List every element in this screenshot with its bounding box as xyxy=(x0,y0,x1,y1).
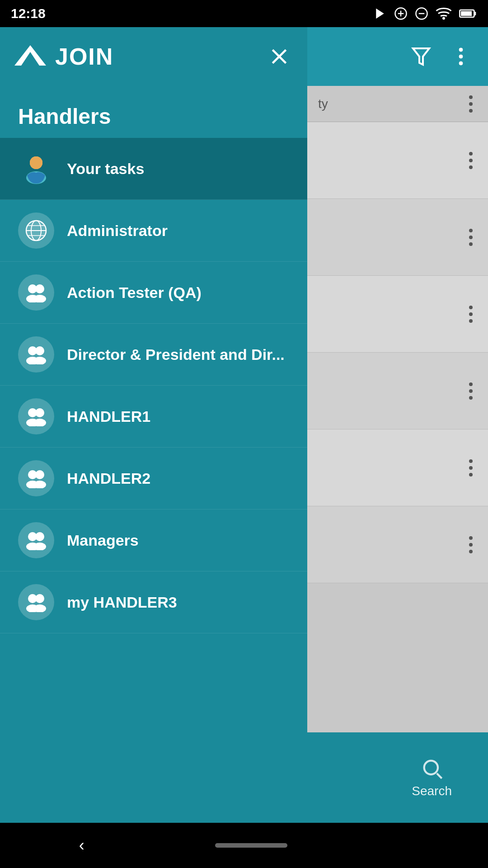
right-header xyxy=(307,27,488,86)
svg-point-51 xyxy=(424,761,437,774)
svg-marker-0 xyxy=(376,9,384,19)
svg-marker-10 xyxy=(14,45,46,66)
svg-rect-9 xyxy=(474,12,476,15)
play-icon xyxy=(373,7,387,20)
handler-item-handler1[interactable]: HANDLER1 xyxy=(0,386,307,448)
table-row-2 xyxy=(307,199,488,276)
filter-button[interactable] xyxy=(408,44,434,69)
status-time: 12:18 xyxy=(11,6,46,21)
svg-point-40 xyxy=(35,470,44,479)
home-indicator[interactable] xyxy=(215,843,287,848)
row-more-button-6[interactable] xyxy=(465,532,477,558)
right-panel: ty xyxy=(307,86,488,823)
svg-line-52 xyxy=(436,774,441,778)
handler-name-handler3: my HANDLER3 xyxy=(67,594,177,611)
table-header-row: ty xyxy=(307,86,488,122)
search-label: Search xyxy=(412,784,452,798)
handler-item-action-tester[interactable]: Action Tester (QA) xyxy=(0,262,307,324)
svg-point-14 xyxy=(459,48,463,52)
row-more-button-4[interactable] xyxy=(465,378,477,404)
handler-name-administrator: Administrator xyxy=(67,222,168,240)
nav-bar: ‹ xyxy=(0,823,488,868)
handler-name-handler2: HANDLER2 xyxy=(67,470,150,487)
bottom-bar: Search xyxy=(307,732,488,823)
svg-point-16 xyxy=(459,61,463,65)
svg-point-6 xyxy=(442,17,445,20)
svg-point-48 xyxy=(35,594,44,603)
svg-rect-8 xyxy=(461,11,472,16)
close-button[interactable] xyxy=(266,43,293,70)
handler-item-handler2[interactable]: HANDLER2 xyxy=(0,448,307,509)
row-more-button-3[interactable] xyxy=(465,301,477,327)
row-more-button-1[interactable] xyxy=(465,147,477,174)
more-options-button[interactable] xyxy=(448,44,474,69)
circle-plus-icon xyxy=(394,7,408,20)
row-more-button-5[interactable] xyxy=(465,455,477,481)
table-row-1 xyxy=(307,122,488,199)
svg-point-15 xyxy=(459,55,463,58)
search-button[interactable]: Search xyxy=(375,757,488,798)
handler-item-handler3[interactable]: my HANDLER3 xyxy=(0,571,307,633)
svg-point-21 xyxy=(30,156,42,169)
handler-name-managers: Managers xyxy=(67,532,139,549)
left-header: JOIN xyxy=(0,27,307,86)
handler-name-your-tasks: Your tasks xyxy=(67,160,144,178)
avatar-action-tester xyxy=(18,274,54,311)
handler-item-director[interactable]: Director & President and Dir... xyxy=(0,324,307,386)
svg-point-44 xyxy=(35,532,44,541)
table-row-6 xyxy=(307,506,488,583)
status-bar: 12:18 xyxy=(0,0,488,27)
left-panel: Handlers xyxy=(0,86,307,823)
svg-point-28 xyxy=(35,284,44,293)
handler-item-administrator[interactable]: Administrator xyxy=(0,200,307,262)
wifi-icon xyxy=(436,7,452,20)
app-title: JOIN xyxy=(55,43,257,70)
table-row-5 xyxy=(307,429,488,506)
avatar-handler3 xyxy=(18,584,54,620)
handlers-title: Handlers xyxy=(0,86,307,138)
row-more-button-header[interactable] xyxy=(465,91,477,117)
svg-point-36 xyxy=(35,408,44,417)
row-more-button-2[interactable] xyxy=(465,224,477,250)
avatar-administrator xyxy=(18,212,54,249)
avatar-managers xyxy=(18,522,54,558)
battery-icon xyxy=(459,7,477,20)
back-button[interactable]: ‹ xyxy=(52,827,112,864)
app-logo xyxy=(14,43,46,70)
header-bar: JOIN xyxy=(0,27,488,86)
table-row-3 xyxy=(307,276,488,353)
handler-name-director: Director & President and Dir... xyxy=(67,346,285,363)
svg-marker-13 xyxy=(413,48,429,65)
handler-list: Your tasks Administrator xyxy=(0,138,307,823)
col-priority-label: ty xyxy=(318,97,465,111)
right-content: ty xyxy=(307,86,488,732)
avatar-director xyxy=(18,336,54,373)
handler-name-handler1: HANDLER1 xyxy=(67,408,150,425)
avatar-your-tasks xyxy=(18,151,54,187)
svg-point-32 xyxy=(35,346,44,355)
avatar-handler2 xyxy=(18,460,54,496)
handler-item-managers[interactable]: Managers xyxy=(0,509,307,571)
avatar-handler1 xyxy=(18,398,54,434)
handler-item-your-tasks[interactable]: Your tasks xyxy=(0,138,307,200)
content-area: Handlers xyxy=(0,86,488,823)
handler-name-action-tester: Action Tester (QA) xyxy=(67,284,202,302)
circle-minus-icon xyxy=(415,7,428,20)
table-row-4 xyxy=(307,353,488,429)
status-icons xyxy=(373,7,477,20)
main-layout: JOIN xyxy=(0,27,488,868)
